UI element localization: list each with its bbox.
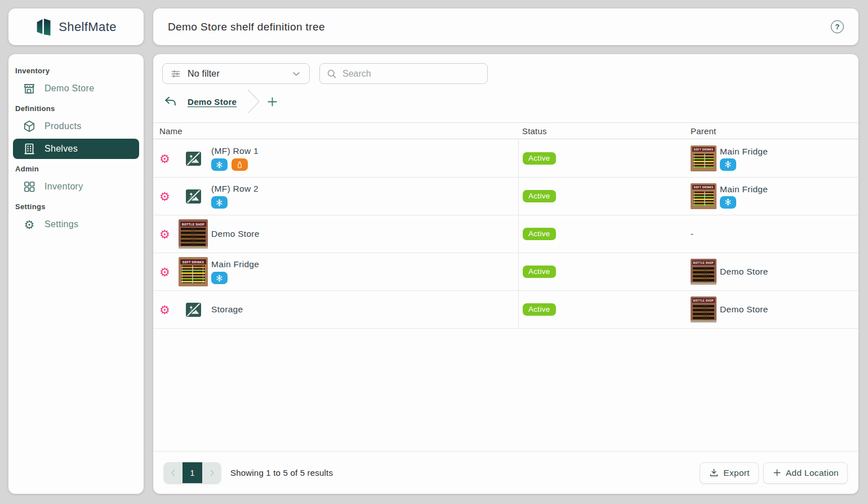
page-title: Demo Store shelf definition tree xyxy=(168,21,325,33)
search-box xyxy=(319,63,488,84)
shelfmate-logo-icon xyxy=(35,17,52,37)
export-button[interactable]: Export xyxy=(700,462,759,484)
page-header: Demo Store shelf definition tree ? xyxy=(153,8,858,45)
status-cell: Active xyxy=(518,291,691,328)
bottle-badge xyxy=(232,158,248,171)
sidebar-item-label: Shelves xyxy=(44,144,78,154)
table-row: ⚙ (MF) Row 2 Active SOFT DRINKS Ma xyxy=(153,178,858,215)
table-body: ⚙ (MF) Row 1 Active SOFT DRINKS xyxy=(153,140,858,329)
thumbnail-sign: SOFT DRINKS xyxy=(692,147,715,152)
sidebar-item-shelves[interactable]: Shelves xyxy=(13,139,139,159)
add-location-button[interactable]: Add Location xyxy=(763,462,848,484)
sidebar: Inventory Demo Store Definitions Product… xyxy=(8,54,144,494)
location-name: (MF) Row 2 xyxy=(211,184,259,194)
parent-name: - xyxy=(691,229,693,239)
parent-cell: BOTTLE SHOP Demo Store xyxy=(691,253,858,290)
thumbnail-sign: SOFT DRINKS xyxy=(692,185,715,189)
parent-cell: BOTTLE SHOP Demo Store xyxy=(691,291,858,328)
sidebar-item-label: Inventory xyxy=(44,182,83,192)
name-cell: ⚙ SOFT DRINKS Main Fridge xyxy=(153,253,518,290)
snowflake-badge xyxy=(720,158,736,171)
status-badge: Active xyxy=(523,190,556,202)
name-cell: ⚙ (MF) Row 1 xyxy=(153,140,518,177)
snowflake-badge xyxy=(211,272,228,284)
toolbar: No filter xyxy=(162,63,488,84)
parent-thumbnail-bottle-shop: BOTTLE SHOP xyxy=(691,259,716,285)
filter-select[interactable]: No filter xyxy=(162,63,310,84)
grid-icon xyxy=(23,180,36,193)
name-cell: ⚙ Storage xyxy=(153,291,518,328)
status-badge: Active xyxy=(523,228,556,240)
breadcrumb-link-demo-store[interactable]: Demo Store xyxy=(188,97,237,107)
thumbnail-sign: BOTTLE SHOP xyxy=(180,222,206,227)
page: { "app": { "name": "ShelfMate" }, "heade… xyxy=(0,0,868,504)
location-name: Storage xyxy=(211,304,243,315)
status-badge: Active xyxy=(523,266,556,278)
sidebar-item-label: Products xyxy=(44,121,82,131)
snowflake-badge xyxy=(211,196,228,209)
parent-name: Main Fridge xyxy=(720,147,768,157)
plus-icon xyxy=(772,468,782,478)
row-settings-gear-icon[interactable]: ⚙ xyxy=(159,266,172,278)
table-row: ⚙ BOTTLE SHOP Demo Store Active - xyxy=(153,215,858,253)
no-image-icon xyxy=(179,303,208,317)
name-cell: ⚙ BOTTLE SHOP Demo Store xyxy=(153,215,518,253)
parent-thumbnail-soft-drinks: SOFT DRINKS xyxy=(691,183,716,209)
location-name: Main Fridge xyxy=(211,259,259,269)
status-badge: Active xyxy=(523,152,556,165)
row-settings-gear-icon[interactable]: ⚙ xyxy=(159,304,172,316)
status-cell: Active xyxy=(518,253,691,290)
table-header: Name Status Parent xyxy=(153,122,858,139)
parent-thumbnail-soft-drinks: SOFT DRINKS xyxy=(691,145,716,171)
parent-name: Demo Store xyxy=(720,267,768,277)
search-input[interactable] xyxy=(342,69,472,79)
thumbnail-sign: BOTTLE SHOP xyxy=(692,298,715,303)
back-icon[interactable] xyxy=(163,94,178,109)
breadcrumb: Demo Store xyxy=(163,90,281,113)
location-thumbnail-bottle-shop: BOTTLE SHOP xyxy=(179,219,208,249)
gear-icon: ⚙ xyxy=(23,218,36,231)
pagination-prev-button[interactable] xyxy=(164,462,182,483)
filter-value: No filter xyxy=(188,69,220,79)
column-header-status: Status xyxy=(518,126,691,136)
snowflake-badge xyxy=(211,158,228,171)
location-thumbnail-soft-drinks: SOFT DRINKS xyxy=(179,257,208,286)
parent-name: Demo Store xyxy=(720,304,768,315)
sidebar-item-label: Demo Store xyxy=(44,83,94,94)
name-cell: ⚙ (MF) Row 2 xyxy=(153,178,518,215)
thumbnail-sign: BOTTLE SHOP xyxy=(692,260,715,265)
status-cell: Active xyxy=(518,215,691,253)
sidebar-item-demo-store[interactable]: Demo Store xyxy=(13,78,139,99)
chevron-down-icon xyxy=(291,68,302,79)
add-node-button[interactable] xyxy=(266,94,281,109)
row-settings-gear-icon[interactable]: ⚙ xyxy=(159,153,172,165)
row-settings-gear-icon[interactable]: ⚙ xyxy=(159,228,172,240)
status-cell: Active xyxy=(518,140,691,177)
logo-card: ShelfMate xyxy=(8,8,144,45)
sidebar-item-products[interactable]: Products xyxy=(13,116,139,136)
search-icon xyxy=(326,68,337,79)
pagination-next-button[interactable] xyxy=(202,462,221,483)
sidebar-section-definitions: Definitions xyxy=(15,104,137,113)
breadcrumb-chevron-icon xyxy=(243,89,262,114)
table-row: ⚙ (MF) Row 1 Active SOFT DRINKS xyxy=(153,140,858,178)
table-footer: 1 Showing 1 to 5 of 5 results Export Add… xyxy=(153,451,858,494)
help-icon[interactable]: ? xyxy=(831,20,844,33)
pagination: 1 xyxy=(164,462,221,483)
parent-name: Main Fridge xyxy=(720,184,768,194)
sidebar-section-inventory: Inventory xyxy=(15,67,137,75)
sidebar-section-settings: Settings xyxy=(15,202,137,211)
sliders-icon xyxy=(170,68,181,79)
sidebar-item-inventory[interactable]: Inventory xyxy=(13,176,139,197)
column-header-parent: Parent xyxy=(691,126,858,136)
row-settings-gear-icon[interactable]: ⚙ xyxy=(159,191,172,202)
location-name: (MF) Row 1 xyxy=(211,146,259,156)
no-image-icon xyxy=(179,152,208,166)
pagination-page-1[interactable]: 1 xyxy=(182,462,202,483)
sidebar-item-settings[interactable]: ⚙ Settings xyxy=(13,214,139,235)
thumbnail-sign: SOFT DRINKS xyxy=(180,259,206,264)
download-icon xyxy=(709,467,719,478)
table-row: ⚙ SOFT DRINKS Main Fridge Active xyxy=(153,253,858,291)
sidebar-item-label: Settings xyxy=(44,219,78,229)
location-name: Demo Store xyxy=(211,229,260,239)
